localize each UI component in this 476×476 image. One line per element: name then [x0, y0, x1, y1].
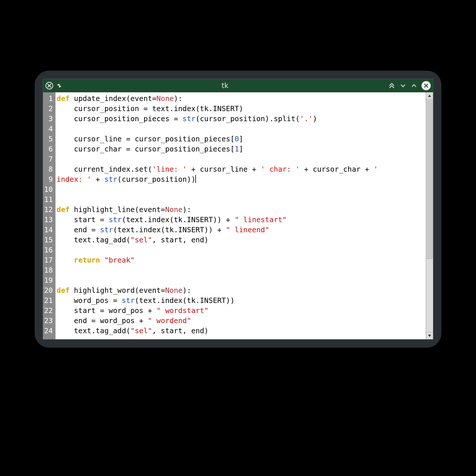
device-frame: tk: [35, 71, 441, 348]
code-line[interactable]: [57, 275, 426, 285]
app-icon: [45, 82, 53, 90]
line-number-gutter: 123456789101112131415161718192021222324: [43, 92, 55, 339]
code-line[interactable]: def highlight_word(event=None):: [57, 285, 426, 295]
app-window: tk: [43, 79, 433, 340]
line-number: 7: [44, 154, 54, 164]
line-number: 12: [44, 205, 54, 215]
code-line[interactable]: current_index.set('line: ' + cursor_line…: [57, 164, 426, 174]
line-number: 6: [44, 144, 54, 154]
code-line[interactable]: [57, 194, 426, 205]
line-number: 5: [44, 134, 54, 144]
line-number: 10: [44, 184, 54, 194]
code-line[interactable]: end = word_pos + " wordend": [57, 316, 426, 326]
code-line[interactable]: text.tag_add("sel", start, end): [57, 235, 426, 245]
svg-marker-5: [428, 95, 431, 97]
pin-icon[interactable]: [56, 83, 62, 89]
code-line[interactable]: def highlight_line(event=None):: [57, 205, 426, 215]
line-number: 23: [44, 316, 54, 326]
scrollbar-down-arrow[interactable]: [426, 332, 433, 339]
code-line[interactable]: word_pos = str(text.index(tk.INSERT)): [57, 295, 426, 306]
code-line[interactable]: [57, 124, 426, 134]
close-icon: [421, 81, 431, 90]
window-title: tk: [64, 82, 386, 90]
code-editor[interactable]: def update_index(event=None): cursor_pos…: [55, 92, 426, 339]
code-line[interactable]: [57, 265, 426, 275]
code-line[interactable]: cursor_position = text.index(tk.INSERT): [57, 104, 426, 114]
line-number: 2: [44, 104, 54, 114]
line-number: 19: [44, 275, 54, 285]
line-number: 20: [44, 285, 54, 295]
code-line[interactable]: cursor_position_pieces = str(cursor_posi…: [57, 114, 426, 124]
line-number: 1: [44, 93, 54, 104]
code-line[interactable]: [57, 245, 426, 255]
vertical-scrollbar[interactable]: [426, 92, 433, 339]
line-number: 14: [44, 225, 54, 235]
code-line[interactable]: def update_index(event=None):: [57, 93, 426, 104]
code-line[interactable]: cursor_line = cursor_position_pieces[0]: [57, 134, 426, 144]
line-number: 24: [44, 326, 54, 336]
code-line[interactable]: [57, 154, 426, 164]
code-line[interactable]: start = word_pos + " wordstart": [57, 306, 426, 316]
line-number: 15: [44, 235, 54, 245]
scrollbar-track[interactable]: [426, 100, 433, 332]
code-line[interactable]: start = str(text.index(tk.INSERT)) + " l…: [57, 215, 426, 225]
line-number: 13: [44, 215, 54, 225]
chevron-down-icon[interactable]: [400, 82, 406, 89]
scroll-top-icon[interactable]: [388, 82, 396, 89]
titlebar[interactable]: tk: [43, 79, 433, 92]
line-number: 21: [44, 295, 54, 306]
line-number: 16: [44, 245, 54, 255]
code-line[interactable]: end = str(text.index(tk.INSERT)) + " lin…: [57, 225, 426, 235]
code-line[interactable]: return "break": [57, 255, 426, 265]
chevron-up-icon[interactable]: [411, 82, 417, 89]
code-line[interactable]: [57, 184, 426, 194]
code-line[interactable]: cursor_char = cursor_position_pieces[1]: [57, 144, 426, 154]
close-button[interactable]: [421, 81, 431, 90]
line-number: 22: [44, 306, 54, 316]
editor-area: 123456789101112131415161718192021222324 …: [43, 92, 433, 339]
svg-marker-6: [428, 335, 431, 337]
line-number: 17: [44, 255, 54, 265]
scrollbar-up-arrow[interactable]: [426, 92, 433, 100]
code-line[interactable]: index: ' + str(cursor_position)): [57, 174, 426, 184]
code-line[interactable]: text.tag_add("sel", start, end): [57, 326, 426, 336]
scrollbar-thumb[interactable]: [427, 100, 432, 259]
line-number: 3: [44, 114, 54, 124]
line-number: 9: [44, 174, 54, 184]
line-number: 11: [44, 194, 54, 205]
line-number: 4: [44, 124, 54, 134]
line-number: 8: [44, 164, 54, 174]
text-cursor: [195, 175, 196, 183]
line-number: 18: [44, 265, 54, 275]
